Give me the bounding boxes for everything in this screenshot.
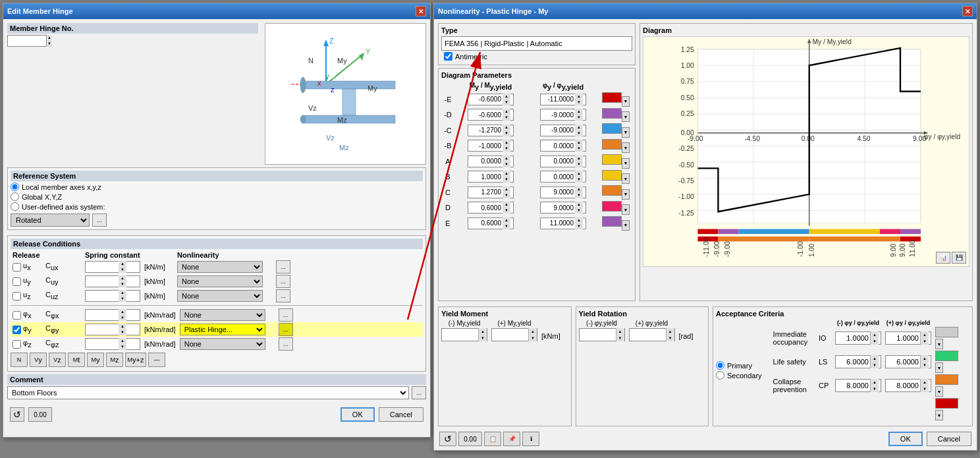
uz-checkbox[interactable] [13, 292, 21, 301]
cphiy-spinner[interactable]: ▲▼ [85, 324, 140, 335]
ux-checkbox[interactable] [13, 263, 21, 272]
b-neg-v2-spinner[interactable]: ▲▼ [540, 140, 586, 152]
ux-nonlin[interactable]: None [177, 261, 263, 273]
uz-nonlin-btn[interactable]: ... [276, 289, 290, 302]
radio-global-input[interactable] [11, 192, 19, 201]
member-no-spinner[interactable]: 1 ▲ ▼ [7, 35, 47, 47]
io-neg-spinner[interactable]: ▲▼ [835, 331, 881, 345]
d-neg-v2-input[interactable] [541, 109, 575, 120]
phix-checkbox[interactable] [13, 311, 21, 320]
pos-my-spinner[interactable]: 51.841 ▲ ▼ [491, 328, 537, 341]
d-v2-spinner[interactable]: ▲▼ [540, 202, 586, 214]
pos-phi-up[interactable]: ▲ [666, 328, 674, 335]
uz-nonlin[interactable]: None [177, 290, 263, 302]
cp-pos-input[interactable] [886, 380, 920, 391]
member-no-up[interactable]: ▲ [47, 35, 51, 41]
cuz-input[interactable] [86, 291, 119, 301]
left-cancel-button[interactable]: Cancel [379, 407, 423, 422]
phiz-checkbox[interactable] [13, 340, 21, 349]
cuy-input[interactable] [86, 276, 119, 287]
c-v2-input[interactable] [541, 187, 575, 198]
neg-phi-input[interactable]: 0.0127 [580, 329, 616, 341]
chart-export-btn2[interactable]: 💾 [952, 252, 966, 264]
toolbar-btn-1[interactable]: N [11, 353, 28, 367]
b-neg-v1-spinner[interactable]: ▲▼ [468, 140, 514, 152]
neg-phi-down[interactable]: ▼ [616, 335, 624, 341]
io-color-dd[interactable]: ▼ [935, 339, 943, 349]
b-neg-v2-input[interactable] [541, 140, 575, 151]
cuy-spinner[interactable]: ▲▼ [85, 275, 140, 287]
ls-pos-spinner[interactable]: ▲▼ [885, 355, 931, 368]
radio-user[interactable]: User-defined axis system: [11, 202, 423, 211]
left-zero-btn[interactable]: 0.00 [28, 407, 52, 422]
cux-spinner[interactable]: ▲▼ [85, 261, 140, 273]
member-no-input[interactable]: 1 [8, 36, 47, 46]
comment-dropdown[interactable]: Bottom Floors [7, 386, 409, 399]
neg-my-spinner[interactable]: 51.841 ▲ ▼ [441, 328, 487, 341]
d-neg-v2-spinner[interactable]: ▲▼ [540, 109, 586, 121]
c-neg-v1-spinner[interactable]: ▲▼ [468, 125, 514, 136]
c-color-dd[interactable]: ▼ [622, 189, 630, 200]
right-paste-btn[interactable]: 📌 [503, 432, 520, 446]
type-dropdown[interactable]: FEMA 356 | Rigid-Plastic | Automatic [441, 36, 632, 51]
left-ok-button[interactable]: OK [340, 407, 375, 422]
ls-color-dd[interactable]: ▼ [935, 362, 943, 373]
cphix-input[interactable] [86, 310, 119, 320]
io-pos-input[interactable] [886, 332, 920, 344]
io-neg-input[interactable] [836, 332, 870, 344]
d-neg-v1-input[interactable] [468, 109, 503, 120]
ux-nonlin-btn[interactable]: ... [276, 260, 290, 273]
io-pos-spinner[interactable]: ▲▼ [885, 331, 931, 345]
toolbar-btn-dash[interactable]: — [148, 353, 165, 367]
e-v1-input[interactable] [468, 218, 503, 229]
b-color-dd[interactable]: ▼ [622, 173, 630, 184]
uy-nonlin[interactable]: None [177, 275, 263, 287]
right-cancel-button[interactable]: Cancel [927, 432, 971, 446]
c-v1-spinner[interactable]: ▲▼ [468, 186, 514, 198]
e-neg-v1-input[interactable] [468, 94, 503, 105]
primary-radio[interactable] [716, 361, 724, 370]
d-neg-color-dd[interactable]: ▼ [622, 111, 630, 122]
uy-nonlin-btn[interactable]: ... [276, 275, 290, 288]
member-no-down[interactable]: ▼ [47, 41, 51, 47]
b-v2-spinner[interactable]: ▲▼ [540, 171, 586, 183]
ls-pos-input[interactable] [886, 356, 920, 368]
cphix-spinner[interactable]: ▲▼ [85, 309, 140, 321]
toolbar-btn-vy[interactable]: Vy [30, 353, 47, 367]
phix-nonlin[interactable]: None [180, 309, 265, 321]
b-v1-input[interactable] [468, 171, 503, 182]
radio-global[interactable]: Global X,Y,Z [11, 192, 423, 201]
b-neg-v1-input[interactable] [468, 140, 503, 151]
toolbar-btn-my[interactable]: My [87, 353, 104, 367]
secondary-radio[interactable] [716, 371, 724, 380]
e-neg-color-dd[interactable]: ▼ [622, 96, 630, 107]
radio-local-input[interactable] [11, 183, 19, 191]
toolbar-btn-myz[interactable]: My+z [125, 353, 146, 367]
neg-my-input[interactable]: 51.841 [442, 329, 478, 341]
d-neg-v1-spinner[interactable]: ▲▼ [468, 109, 514, 121]
phiz-nonlin-btn[interactable]: ... [279, 337, 293, 351]
neg-phi-up[interactable]: ▲ [616, 328, 624, 335]
radio-local[interactable]: Local member axes x,y,z [11, 183, 423, 191]
a-v1-spinner[interactable]: ▲▼ [468, 156, 514, 167]
a-color-dd[interactable]: ▼ [622, 158, 630, 169]
e-neg-v1-spinner[interactable]: ▲▼ [468, 94, 514, 105]
left-dialog-close[interactable]: ✕ [416, 6, 426, 16]
cp-pos-spinner[interactable]: ▲▼ [885, 379, 931, 392]
pos-my-input[interactable]: 51.841 [492, 329, 528, 341]
e-neg-v2-spinner[interactable]: ▲▼ [540, 94, 586, 105]
toolbar-btn-mt[interactable]: Mt [68, 353, 85, 367]
b-v2-input[interactable] [541, 171, 575, 182]
comment-btn[interactable]: ... [412, 386, 426, 399]
c-v1-input[interactable] [468, 187, 503, 198]
cp-neg-spinner[interactable]: ▲▼ [835, 379, 881, 392]
a-v1-input[interactable] [468, 156, 503, 167]
rotated-dropdown[interactable]: Rotated [11, 214, 90, 227]
pos-phi-down[interactable]: ▼ [666, 335, 674, 341]
d-v1-spinner[interactable]: ▲▼ [468, 202, 514, 214]
e-color-dd[interactable]: ▼ [622, 220, 630, 231]
antimetric-checkbox[interactable] [444, 52, 452, 61]
radio-user-input[interactable] [11, 202, 19, 211]
pos-my-down[interactable]: ▼ [528, 335, 537, 341]
toolbar-btn-vz[interactable]: Vz [49, 353, 66, 367]
